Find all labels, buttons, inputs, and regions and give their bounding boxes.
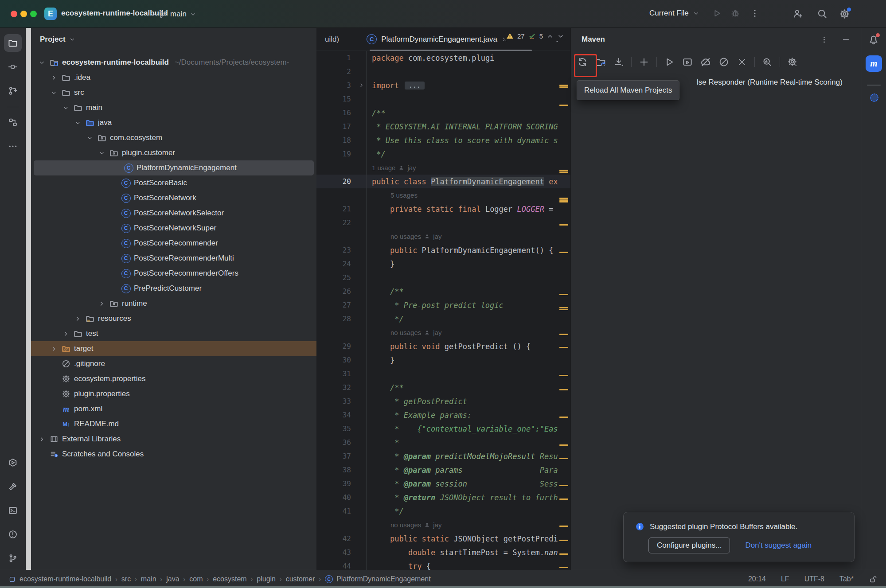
warning-stripe-mark[interactable] [559,567,568,568]
warning-stripe-mark[interactable] [559,309,568,310]
maven-searchdeps-button[interactable] [759,54,775,70]
code-content[interactable]: * ECOSYSTEM.AI INTERNAL PLATFORM SCORING [366,120,570,133]
tree-item-src[interactable]: src [31,85,316,100]
activity-commit-icon[interactable] [4,58,22,76]
tab-partial-left[interactable]: uild) [325,35,339,44]
line-number[interactable]: 33 [316,394,356,408]
line-number[interactable] [316,518,356,532]
maven-reload-button[interactable] [574,54,590,70]
line-number[interactable]: 3 [316,78,356,92]
line-number[interactable]: 34 [316,408,356,422]
code-content[interactable] [366,216,570,230]
code-content[interactable]: /** [366,381,570,394]
warning-stripe-mark[interactable] [559,498,568,500]
tree-item-prepredictcustomer[interactable]: CPrePredictCustomer [31,281,316,296]
activity-structure-icon[interactable] [4,113,22,131]
project-panel-header[interactable]: Project [31,28,316,47]
line-number[interactable]: 43 [316,545,356,559]
line-number[interactable]: 36 [316,436,356,449]
breadcrumb-item-com[interactable]: com [189,575,203,583]
warning-stripe-mark[interactable] [559,347,568,348]
code-content[interactable]: * {"contextual_variable_one":"Eas [366,422,570,436]
inlay-text[interactable]: 1 usage [372,164,395,171]
code-content[interactable]: /** [366,284,570,298]
tree-item-readme-md[interactable]: M↓README.md [31,417,316,432]
activity-more-icon[interactable] [4,137,22,155]
line-number[interactable]: 31 [316,367,356,381]
line-number[interactable] [316,161,356,175]
caret-position-widget[interactable]: 20:14 [748,575,766,583]
code-content[interactable]: * Example params: [366,408,570,422]
tree-item-runtime[interactable]: runtime [31,296,316,311]
inlay-text[interactable]: no usages [390,233,421,240]
lock-icon[interactable] [869,575,877,584]
code-content[interactable] [366,65,570,78]
code-content[interactable]: * @param session Sess [366,477,570,491]
run-button[interactable] [712,8,722,18]
tree-item-target[interactable]: target [31,341,316,356]
maven-skip-button[interactable] [716,54,732,70]
maven-folder-sync-button[interactable] [593,54,609,70]
line-number[interactable]: 40 [316,491,356,504]
breadcrumb-item-ecosystem[interactable]: ecosystem [213,575,246,583]
line-number[interactable]: 25 [316,271,356,284]
activity-prs-icon[interactable] [4,82,22,100]
line-number[interactable]: 21 [316,202,356,216]
breadcrumb-item-plugin[interactable]: plugin [257,575,276,583]
code-content[interactable]: * Pre-post predict logic [366,298,570,312]
warning-stripe-mark[interactable] [559,85,568,86]
warning-stripe-mark[interactable] [559,553,568,555]
warning-stripe-mark[interactable] [559,199,568,201]
maven-download-button[interactable] [611,54,627,70]
settings-button[interactable] [839,8,850,19]
maven-project-node[interactable]: lse Responder (Runtime Real-time Scoring… [697,78,843,87]
code-content[interactable]: public class PlatformDynamicEngagement e… [366,175,570,188]
warning-stripe-mark[interactable] [559,105,568,106]
line-number[interactable]: 1 [316,51,356,65]
code-content[interactable]: no usagesjay [366,326,570,339]
code-content[interactable]: */ [366,504,570,518]
warning-stripe-mark[interactable] [559,294,568,295]
line-number[interactable]: 39 [316,477,356,491]
inlay-text[interactable]: 5 usages [390,191,418,199]
code-content[interactable]: */ [366,312,570,326]
activity-problems-icon[interactable] [4,526,22,543]
code-content[interactable]: private static final Logger LOGGER = [366,202,570,216]
code-content[interactable]: package com.ecosystem.plugi [366,51,570,65]
search-everywhere-button[interactable] [817,8,827,19]
run-configuration-selector[interactable]: Current File [649,9,699,18]
line-number[interactable] [316,188,356,202]
line-number[interactable]: 19 [316,147,356,161]
maven-closex-button[interactable] [734,54,750,70]
line-number[interactable]: 24 [316,257,356,271]
chevron-down-icon[interactable] [37,59,46,66]
next-problem-chevron-icon[interactable] [557,33,564,40]
debug-button[interactable] [730,8,740,18]
tree-item-postscorerecommender[interactable]: CPostScoreRecommender [31,236,316,251]
inlay-text[interactable]: jay [407,164,416,171]
tree-item-java[interactable]: java [31,115,316,130]
chevron-down-icon[interactable] [61,105,70,111]
line-number[interactable]: 15 [316,92,356,106]
line-number[interactable]: 26 [316,284,356,298]
code-content[interactable]: * Use this class to score with dynamic s [366,133,570,147]
branch-widget[interactable]: main [159,10,196,19]
window-maximize-button[interactable] [30,11,37,17]
line-number[interactable]: 29 [316,339,356,353]
inlay-text[interactable]: jay [433,233,441,240]
line-separator-widget[interactable]: LF [781,575,789,583]
code-content[interactable]: * [366,436,570,449]
code-with-me-button[interactable] [792,8,803,19]
breadcrumb-item-src[interactable]: src [121,575,131,583]
breadcrumb-item-platformdynamicengagement[interactable]: CPlatformDynamicEngagement [325,575,431,583]
code-content[interactable]: * @param params Para [366,463,570,477]
chevron-down-icon[interactable] [49,90,58,96]
line-number[interactable] [316,230,356,243]
tree-item-com-ecosystem[interactable]: com.ecosystem [31,130,316,145]
line-number[interactable]: 42 [316,532,356,545]
code-content[interactable]: */ [366,147,570,161]
warning-stripe-mark[interactable] [559,201,568,202]
tree-item-postscorenetworkselector[interactable]: CPostScoreNetworkSelector [31,206,316,221]
chevron-right-icon[interactable] [61,331,70,337]
tree-item-ecosystem-properties[interactable]: ecosystem.properties [31,371,316,386]
